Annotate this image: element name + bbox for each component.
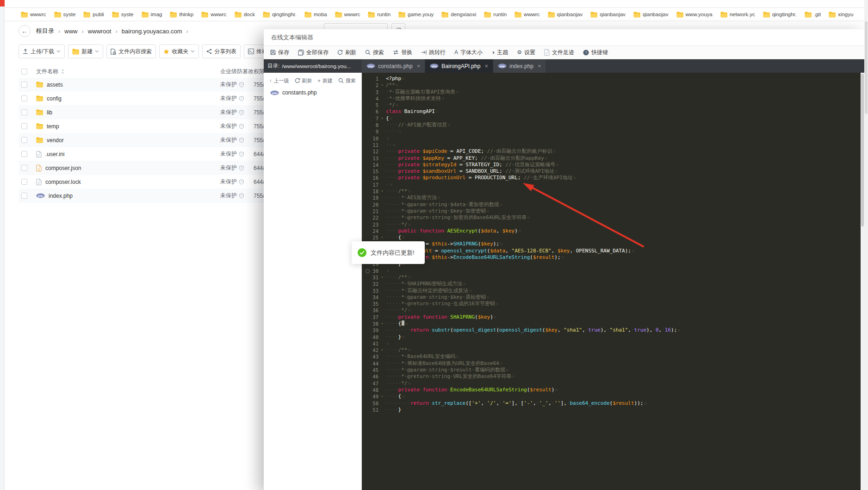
editor-tool-saveall[interactable]: 全部保存 bbox=[298, 49, 329, 57]
file-name[interactable]: config bbox=[32, 95, 220, 102]
editor-tool-refresh[interactable]: 刷新 bbox=[337, 49, 356, 57]
file-name[interactable]: {}composer.json bbox=[32, 165, 220, 171]
code-line[interactable]: 7▾{¤ bbox=[362, 115, 864, 122]
file-name[interactable]: composer.lock bbox=[32, 179, 220, 185]
bookmark-item[interactable]: wwwrc bbox=[201, 12, 227, 18]
code-line[interactable]: 3·*·百融云策略引擎API查询类¤ bbox=[362, 89, 864, 95]
code-line[interactable]: 34·····*·@param·string·$key·原始密钥¤ bbox=[362, 294, 864, 301]
bookmark-item[interactable]: imag bbox=[142, 12, 162, 18]
row-checkbox[interactable] bbox=[21, 179, 27, 185]
bookmark-item[interactable]: network.yc bbox=[720, 12, 755, 18]
code-line[interactable]: 12····private·$apiCode·=·API_CODE;·//·由百… bbox=[362, 148, 864, 155]
code-line[interactable]: 39········return·substr(openssl_digest(o… bbox=[362, 327, 864, 333]
tree-tool-up[interactable]: ↑上一级 bbox=[269, 77, 289, 84]
code-line[interactable]: 2▾/**¤ bbox=[362, 82, 864, 88]
file-name[interactable]: assets bbox=[32, 82, 220, 88]
code-line[interactable]: 26········$key·=·$this->SHA1PRNG($key);¤ bbox=[362, 241, 864, 247]
fold-marker[interactable]: ▾ bbox=[378, 347, 386, 353]
code-line[interactable]: 29····}¤ bbox=[362, 261, 864, 267]
editor-tool-goto[interactable]: 跳转行 bbox=[421, 49, 446, 57]
table-row[interactable]: composer.lock未保护644/roo bbox=[19, 175, 305, 189]
code-line[interactable]: 27········$result·=·openssl_encrypt($dat… bbox=[362, 248, 864, 254]
row-checkbox[interactable] bbox=[21, 82, 27, 88]
protect-status[interactable]: 未保护 bbox=[220, 122, 254, 130]
code-line[interactable]: 8····//·API账户配置信息¤ bbox=[362, 122, 864, 128]
toolbar-button[interactable]: 分享列表 bbox=[202, 44, 241, 58]
file-name[interactable]: lib bbox=[32, 109, 220, 116]
page-scrollbar[interactable] bbox=[864, 0, 868, 490]
column-file-name[interactable]: 文件名称 bbox=[32, 68, 220, 75]
bookmark-item[interactable]: runtin bbox=[368, 12, 391, 18]
bookmark-item[interactable]: qianbaojav bbox=[548, 12, 583, 18]
code-line[interactable]: 11··¤ bbox=[362, 142, 864, 148]
bookmark-item[interactable]: qingtinghr. bbox=[763, 12, 797, 18]
breadcrumb-item[interactable]: wwwroot bbox=[88, 28, 112, 35]
editor-tool-hotkey[interactable]: ?快捷键 bbox=[583, 49, 608, 57]
bookmark-item[interactable]: wwwrc bbox=[335, 12, 360, 18]
back-button[interactable]: ← bbox=[19, 25, 31, 37]
bookmark-item[interactable]: qianbaojav bbox=[633, 12, 669, 18]
table-row[interactable]: config未保护755/ww bbox=[19, 92, 305, 106]
toolbar-button[interactable]: 新建 bbox=[68, 44, 103, 58]
bookmark-item[interactable]: wwwrc bbox=[515, 12, 540, 18]
bookmark-item[interactable]: dock bbox=[235, 12, 255, 18]
code-line[interactable]: 10¤ bbox=[362, 135, 864, 142]
code-line[interactable]: 19·····*·AES加密方法¤ bbox=[362, 195, 864, 201]
table-row[interactable]: .user.ini未保护644/roo bbox=[19, 147, 305, 161]
code-line[interactable]: 45·····*·@param·string·$result·要编码的数据¤ bbox=[362, 367, 864, 373]
sort-icon[interactable] bbox=[61, 69, 64, 74]
code-line[interactable]: 4·*·优雅草科技技术支持¤ bbox=[362, 95, 864, 102]
editor-tool-search[interactable]: 搜索 bbox=[365, 49, 384, 57]
code-line[interactable]: 51····} bbox=[362, 407, 864, 413]
bookmark-item[interactable]: qingtinghr. bbox=[263, 12, 297, 18]
bookmark-item[interactable]: www.youya bbox=[676, 12, 713, 18]
code-line[interactable]: 6class·BairongAPI¤ bbox=[362, 108, 864, 115]
code-line[interactable]: 21·····*·@param·string·$key·加密密钥¤ bbox=[362, 208, 864, 214]
bookmark-item[interactable]: publi bbox=[83, 12, 104, 18]
code-line[interactable]: 18▾····/**¤ bbox=[362, 188, 864, 195]
editor-tab[interactable]: phpconstants.php× bbox=[362, 59, 425, 73]
code-line[interactable]: 46·····*·@return·string·URL安全的Base64字符串¤ bbox=[362, 373, 864, 380]
tab-close-icon[interactable]: × bbox=[417, 63, 421, 69]
code-line[interactable]: 40····}¤ bbox=[362, 334, 864, 340]
bookmark-item[interactable]: game.youy bbox=[398, 12, 434, 18]
file-name[interactable]: vendor bbox=[32, 137, 220, 144]
code-editor[interactable]: 1<?php¤2▾/**¤3·*·百融云策略引擎API查询类¤4·*·优雅草科技… bbox=[362, 73, 864, 490]
code-line[interactable]: 41¤ bbox=[362, 340, 864, 347]
bookmark-item[interactable]: syste bbox=[112, 12, 134, 18]
toolbar-button[interactable]: 收藏夹 bbox=[159, 44, 199, 58]
protect-status[interactable]: 未保护 bbox=[220, 150, 254, 158]
code-line[interactable]: 25▾····{¤ bbox=[362, 234, 864, 241]
file-name[interactable]: phpindex.php bbox=[32, 193, 220, 199]
row-checkbox[interactable] bbox=[21, 95, 27, 101]
breadcrumb-item[interactable]: www bbox=[64, 28, 77, 35]
tree-file-item[interactable]: phpconstants.php bbox=[264, 86, 361, 99]
code-line[interactable]: 22·····*·@return·string·加密后的Base64URL安全字… bbox=[362, 214, 864, 221]
fold-marker[interactable]: ▾ bbox=[378, 274, 386, 281]
code-line[interactable]: 42▾····/**¤ bbox=[362, 347, 864, 353]
row-checkbox[interactable] bbox=[21, 193, 27, 199]
fold-marker[interactable]: ▾ bbox=[378, 393, 386, 400]
toolbar-button[interactable]: 文件内容搜索 bbox=[106, 44, 156, 58]
protect-status[interactable]: 未保护 bbox=[220, 81, 254, 88]
row-checkbox[interactable] bbox=[21, 137, 27, 143]
protect-status[interactable]: 未保护 bbox=[220, 192, 254, 200]
code-line[interactable]: 32·····*·SHA1PRNG密钥生成方法¤ bbox=[362, 281, 864, 287]
protect-status[interactable]: 未保护 bbox=[220, 164, 254, 172]
row-checkbox[interactable] bbox=[21, 165, 27, 171]
tree-tool-plus[interactable]: +新建 bbox=[318, 77, 333, 84]
code-line[interactable]: 50········return·str_replace(['+',·'/',·… bbox=[362, 400, 864, 407]
page-scrollbar-thumb[interactable] bbox=[865, 21, 868, 114]
fold-marker[interactable]: ▾ bbox=[378, 188, 386, 195]
editor-scrollbar-thumb[interactable] bbox=[861, 74, 864, 226]
code-line[interactable]: 35·····*·@return·string·生成的16字节密钥¤ bbox=[362, 301, 864, 307]
fold-marker[interactable]: ▾ bbox=[378, 234, 386, 241]
code-line[interactable]: 48····private·function·EncodeBase64URLSa… bbox=[362, 387, 864, 393]
table-row[interactable]: lib未保护755/ww bbox=[19, 106, 305, 119]
breadcrumb-item[interactable]: 根目录 bbox=[36, 27, 54, 35]
row-checkbox[interactable] bbox=[21, 123, 27, 129]
table-row[interactable]: temp未保护755/ww bbox=[19, 119, 305, 133]
table-row[interactable]: phpindex.php未保护755/ww bbox=[19, 189, 305, 203]
toolbar-button[interactable]: 上传/下载 bbox=[19, 44, 65, 58]
code-line[interactable]: 13····private·$appKey·=·APP_KEY;·//·由百融云… bbox=[362, 155, 864, 162]
